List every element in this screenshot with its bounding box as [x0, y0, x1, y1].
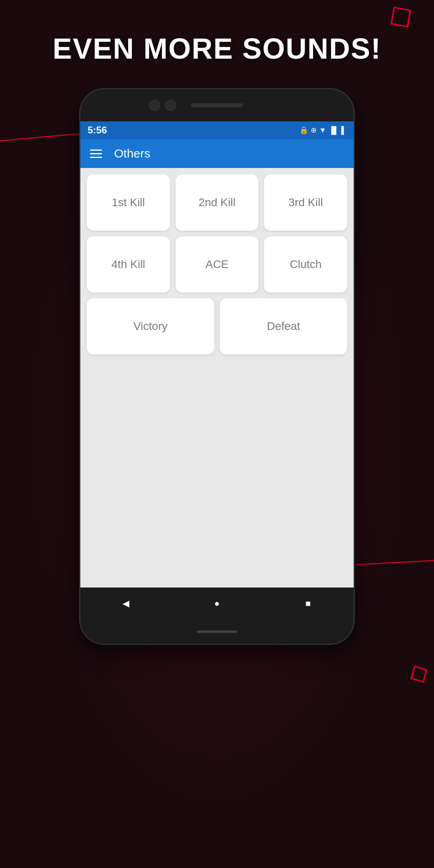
hamburger-line-1	[90, 149, 102, 151]
wifi-icon: ▼	[319, 126, 326, 135]
notification-icon: ⊕	[311, 126, 317, 135]
phone-camera-left	[149, 100, 160, 111]
status-icons: 🔒 ⊕ ▼ ▐▌ ▌	[299, 126, 346, 135]
menu-button[interactable]	[90, 149, 102, 158]
status-bar: 5:56 🔒 ⊕ ▼ ▐▌ ▌	[80, 121, 354, 139]
page-headline: EVEN MORE SOUNDS!	[37, 32, 397, 65]
nav-home-button[interactable]: ●	[207, 594, 227, 614]
hamburger-line-2	[90, 153, 102, 154]
status-time: 5:56	[88, 125, 107, 136]
wide-buttons-row: Victory Defeat	[87, 298, 347, 354]
sound-button-4th-kill[interactable]: 4th Kill	[87, 236, 170, 293]
battery-icon: ▌	[341, 126, 346, 135]
phone-bottom-bezel	[80, 620, 354, 644]
phone-speaker	[191, 103, 243, 107]
phone-screen: 5:56 🔒 ⊕ ▼ ▐▌ ▌ Others 1st Kill 2nd Kill…	[80, 121, 354, 588]
phone-camera-right	[165, 100, 176, 111]
sound-button-1st-kill[interactable]: 1st Kill	[87, 174, 170, 231]
sound-button-3rd-kill[interactable]: 3rd Kill	[264, 174, 347, 231]
hamburger-line-3	[90, 157, 102, 158]
bg-decoration-square-1	[390, 6, 411, 27]
sound-button-clutch[interactable]: Clutch	[264, 236, 347, 293]
sound-button-ace[interactable]: ACE	[176, 236, 259, 293]
app-bar-title: Others	[114, 147, 150, 160]
phone-top-bezel	[80, 89, 354, 121]
sound-grid: 1st Kill 2nd Kill 3rd Kill 4th Kill ACE …	[80, 168, 354, 588]
home-indicator	[197, 631, 237, 633]
signal-icon: ▐▌	[329, 126, 339, 135]
app-bar: Others	[80, 139, 354, 168]
sound-button-defeat[interactable]: Defeat	[220, 298, 347, 354]
bottom-navigation: ◀ ● ■	[80, 588, 354, 620]
sound-button-victory[interactable]: Victory	[87, 298, 214, 354]
sound-button-2nd-kill[interactable]: 2nd Kill	[176, 174, 259, 231]
nav-back-button[interactable]: ◀	[116, 594, 136, 614]
lock-icon: 🔒	[299, 126, 308, 135]
phone-device: 5:56 🔒 ⊕ ▼ ▐▌ ▌ Others 1st Kill 2nd Kill…	[80, 89, 354, 644]
nav-recents-button[interactable]: ■	[298, 594, 318, 614]
